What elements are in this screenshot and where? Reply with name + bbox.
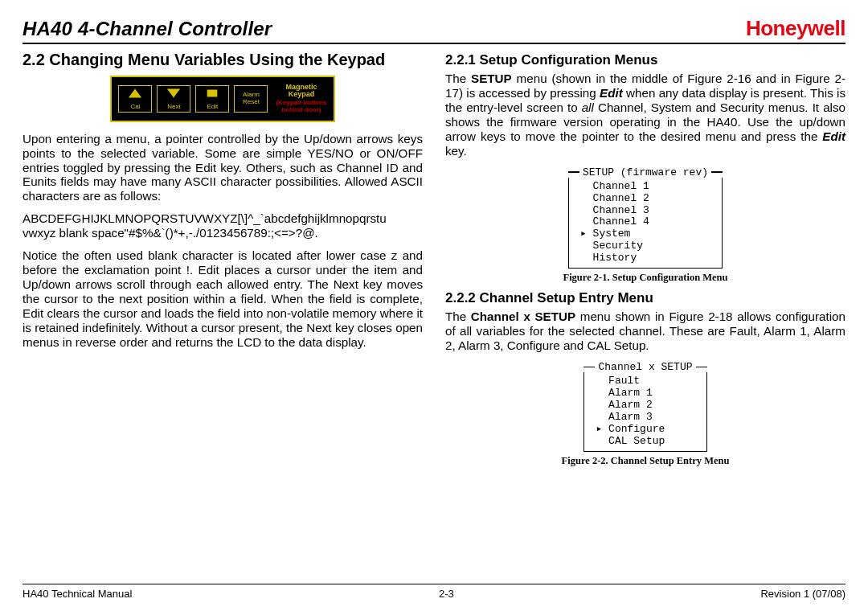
svg-marker-0: [129, 88, 141, 97]
lcd-row: Channel 4: [580, 216, 710, 228]
page-title: HA40 4-Channel Controller: [23, 18, 272, 40]
right-paragraph-2: The Channel x SETUP menu shown in Figure…: [445, 310, 845, 353]
section-2-2-2-heading: 2.2.2 Channel Setup Entry Menu: [445, 290, 845, 306]
keypad-side-note-b: behind door): [276, 107, 326, 113]
magnetic-keypad: Cal Next Edit Al: [110, 76, 334, 122]
txt-italic: all: [582, 100, 594, 114]
brand-logo: Honeywell: [746, 16, 845, 41]
section-2-2-1-heading: 2.2.1 Setup Configuration Menus: [445, 52, 845, 68]
lcd-row: Channel 3: [580, 205, 710, 217]
lcd1-title: SETUP (firmware rev): [583, 166, 708, 178]
keypad-edit-label: Edit: [207, 104, 219, 110]
up-arrow-icon: [128, 88, 142, 102]
keypad-side-title-b: Keypad: [276, 91, 326, 98]
figure-2-1: SETUP (firmware rev) Channel 1 Channel 2…: [445, 166, 845, 285]
hline-icon: [696, 367, 707, 368]
svg-marker-1: [167, 88, 180, 97]
lcd-channel-setup-menu: Channel x SETUP Fault Alarm 1 Alarm 2 Al…: [583, 361, 706, 452]
right-column: 2.2.1 Setup Configuration Menus The SETU…: [445, 51, 845, 470]
keypad-figure: Cal Next Edit Al: [23, 76, 423, 122]
ascii-line-2: vwxyz blank space"#$%&`()*+,-./012345678…: [23, 226, 423, 240]
lcd-row: Alarm 3: [596, 412, 694, 424]
keypad-up-button: Cal: [118, 85, 152, 113]
section-2-2-heading: 2.2 Changing Menu Variables Using the Ke…: [23, 51, 423, 69]
keypad-side-text: Magnetic Keypad (Keypad buttons behind d…: [276, 84, 326, 114]
left-paragraph-2: Notice the often used blank character is…: [23, 248, 423, 350]
edit-rect-icon: [205, 88, 219, 102]
keypad-alarm-reset-button: Alarm Reset: [234, 85, 268, 113]
footer-center: 2-3: [439, 588, 454, 600]
txt: key.: [445, 144, 467, 158]
lcd-row: Channel 1: [580, 181, 710, 193]
lcd2-title-row: Channel x SETUP: [583, 361, 706, 373]
lcd-row: ▸ System: [580, 228, 710, 240]
lcd1-body: Channel 1 Channel 2 Channel 3 Channel 4▸…: [568, 178, 723, 269]
lcd-row: Channel 2: [580, 193, 710, 205]
lcd-row: Alarm 1: [596, 388, 694, 400]
content-columns: 2.2 Changing Menu Variables Using the Ke…: [23, 51, 845, 470]
page: HA40 4-Channel Controller Honeywell 2.2 …: [0, 0, 868, 611]
lcd2-title: Channel x SETUP: [598, 361, 692, 373]
right-paragraph-1: The SETUP menu (shown in the middle of F…: [445, 72, 845, 158]
keypad-cal-label: Cal: [130, 104, 140, 110]
ascii-line-1: ABCDEFGHIJKLMNOPQRSTUVWXYZ[\]^_`abcdefgh…: [23, 211, 423, 226]
hline-icon: [583, 367, 595, 368]
lcd-row: Fault: [596, 375, 694, 388]
figure-2-2-caption: Figure 2-2. Channel Setup Entry Menu: [562, 455, 730, 467]
lcd-setup-menu: SETUP (firmware rev) Channel 1 Channel 2…: [568, 166, 723, 269]
txt: The: [445, 310, 471, 323]
keypad-down-button: Next: [157, 85, 190, 113]
keypad-reset-label: Reset: [243, 99, 260, 106]
lcd-row: CAL Setup: [596, 436, 694, 448]
lcd2-body: Fault Alarm 1 Alarm 2 Alarm 3▸ Configure…: [583, 372, 706, 452]
lcd1-title-row: SETUP (firmware rev): [568, 166, 723, 178]
hline-icon: [568, 171, 579, 173]
left-paragraph-1: Upon entering a menu, a pointer controll…: [23, 132, 423, 204]
lcd-row: Alarm 2: [596, 400, 694, 412]
txt: The: [445, 72, 471, 85]
svg-rect-2: [207, 89, 218, 96]
footer-right: Revision 1 (07/08): [760, 588, 845, 600]
footer-rule: [23, 584, 845, 585]
keypad-side-note-a: (Keypad buttons: [276, 100, 326, 106]
footer-left: HA40 Technical Manual: [23, 588, 132, 600]
footer-row: HA40 Technical Manual 2-3 Revision 1 (07…: [23, 588, 845, 600]
lcd-row: Security: [580, 240, 710, 252]
keypad-edit-button: Edit: [195, 85, 229, 113]
down-arrow-icon: [166, 88, 181, 102]
figure-2-1-caption: Figure 2-1. Setup Configuration Menu: [563, 272, 728, 284]
txt-bold: SETUP: [471, 72, 512, 85]
page-footer: HA40 Technical Manual 2-3 Revision 1 (07…: [23, 584, 845, 601]
figure-2-2: Channel x SETUP Fault Alarm 1 Alarm 2 Al…: [445, 361, 845, 467]
left-column: 2.2 Changing Menu Variables Using the Ke…: [23, 51, 423, 470]
page-header: HA40 4-Channel Controller Honeywell: [23, 16, 845, 44]
keypad-alarm-label: Alarm: [243, 92, 260, 99]
lcd-row: History: [580, 252, 710, 264]
hline-icon: [711, 171, 723, 173]
lcd-row: ▸ Configure: [596, 424, 694, 436]
keypad-next-label: Next: [167, 104, 180, 110]
txt-bold: Channel x SETUP: [471, 310, 575, 323]
txt-bolditalic: Edit: [822, 129, 845, 143]
txt-bolditalic: Edit: [600, 86, 623, 100]
